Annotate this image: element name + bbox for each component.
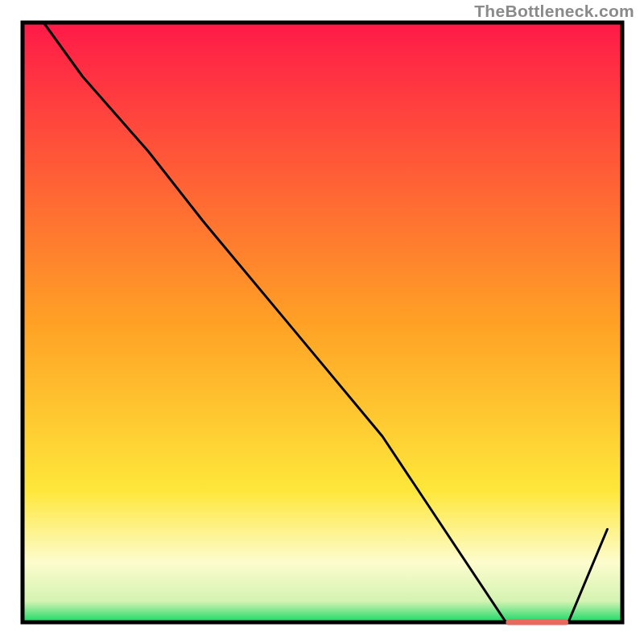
chart-frame: TheBottleneck.com: [0, 0, 644, 644]
watermark-text: TheBottleneck.com: [474, 2, 634, 21]
plot-background: [23, 23, 622, 622]
chart-svg: [0, 0, 644, 644]
highlight-marker: [506, 620, 568, 625]
